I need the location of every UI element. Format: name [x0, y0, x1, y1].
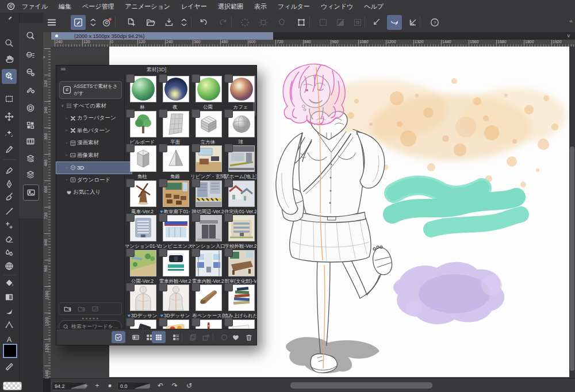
palette-title-bar[interactable]: 素材[3D]	[56, 66, 256, 74]
tree-item-すべての素材[interactable]: ∨すべての素材	[56, 100, 128, 112]
material-checkbox[interactable]	[224, 318, 233, 326]
menu-item-9[interactable]: ウィンドウ	[321, 2, 353, 11]
material-checkbox[interactable]	[224, 248, 233, 257]
material-checkbox[interactable]	[126, 74, 135, 83]
transparent-color-swatch[interactable]	[3, 382, 22, 390]
material-checkbox[interactable]	[191, 144, 200, 152]
tree-item-お気に入り[interactable]: お気に入り	[56, 187, 128, 198]
zoom-out-button[interactable]: −	[80, 381, 91, 391]
material-checkbox[interactable]	[224, 74, 233, 83]
material-checkbox[interactable]	[191, 179, 200, 187]
collapsed-arrow-icon[interactable]: ＞	[64, 152, 69, 158]
material-checkbox[interactable]	[191, 109, 200, 118]
transform-button[interactable]	[294, 15, 309, 30]
material-checkbox[interactable]	[191, 74, 200, 83]
material-checkbox[interactable]	[224, 179, 233, 187]
collapsed-arrow-icon[interactable]: ＞	[64, 165, 69, 171]
material-checkbox[interactable]	[159, 74, 167, 83]
tree-item-画像素材[interactable]: ＞画像素材	[56, 149, 132, 161]
move-tool[interactable]	[2, 109, 17, 124]
favorite-heart-button[interactable]	[229, 331, 243, 343]
material-checkbox[interactable]	[126, 318, 135, 326]
material-checkbox[interactable]	[159, 283, 167, 291]
eyedropper-tool[interactable]	[2, 142, 17, 157]
brush-tool[interactable]	[2, 190, 17, 205]
material-checkbox[interactable]	[126, 144, 135, 152]
zoom-in-button[interactable]: +	[92, 381, 102, 391]
snap-to-ruler-button[interactable]	[369, 15, 384, 30]
rotate-left-button[interactable]: ↶	[155, 381, 166, 391]
thumbnail-grid-button[interactable]	[152, 331, 166, 343]
chevron-updown-button[interactable]	[177, 15, 191, 30]
material-checkbox[interactable]	[126, 179, 135, 187]
delete-material-button[interactable]	[242, 331, 256, 343]
collapse-toolbar-button[interactable]: «	[569, 17, 573, 24]
menu-item-3[interactable]: ページ管理	[82, 2, 114, 11]
palette-menu-icon[interactable]	[60, 67, 66, 72]
new-document-button[interactable]	[124, 15, 139, 30]
zoom-tool[interactable]	[2, 36, 17, 51]
show-checkbox-button[interactable]	[112, 331, 125, 343]
card-view-button[interactable]	[129, 331, 143, 343]
eraser-tool[interactable]	[2, 231, 17, 246]
material-palette-button[interactable]	[23, 185, 39, 201]
tab-list-button[interactable]: ∨	[566, 33, 570, 39]
material-checkbox[interactable]	[126, 213, 135, 222]
material-checkbox[interactable]	[159, 179, 167, 187]
rotation-value[interactable]: 0.0	[117, 382, 136, 390]
menu-item-6[interactable]: 選択範囲	[218, 2, 243, 11]
menu-item-8[interactable]: フィルター	[278, 2, 310, 11]
thumbnail-detail-button[interactable]	[169, 331, 183, 343]
snap-to-grid-button[interactable]	[405, 15, 420, 30]
layers-button[interactable]	[23, 167, 38, 182]
object-tool[interactable]	[2, 69, 17, 84]
vertical-scrollbar-thumb[interactable]	[570, 147, 574, 371]
fill-tool[interactable]	[2, 275, 17, 290]
material-checkbox[interactable]	[224, 109, 233, 118]
reset-view-button[interactable]: ↺	[184, 381, 194, 391]
material-checkbox[interactable]	[126, 283, 135, 291]
timeline-film-button[interactable]	[23, 134, 38, 149]
material-checkbox[interactable]	[191, 213, 200, 222]
tree-item-単色パターン[interactable]: ＞単色パターン	[56, 125, 132, 136]
material-checkbox[interactable]	[159, 213, 167, 222]
menu-item-1[interactable]: ファイル	[22, 2, 48, 11]
pen-gear-button[interactable]	[23, 82, 38, 97]
menu-item-7[interactable]: 表示	[254, 2, 267, 11]
material-checkbox[interactable]	[126, 248, 135, 257]
menu-item-5[interactable]: レイヤー	[181, 2, 207, 11]
grid-blocks-button[interactable]	[23, 118, 38, 133]
tree-item-漫画素材[interactable]: ＞漫画素材	[56, 137, 132, 149]
figure-tool[interactable]	[2, 303, 17, 318]
tree-item-3D[interactable]: ＞3D	[56, 162, 132, 174]
gradient-tool[interactable]	[2, 290, 17, 305]
object-launcher-button[interactable]	[23, 28, 38, 43]
collapsed-arrow-icon[interactable]: ＞	[64, 116, 69, 121]
new-folder-button[interactable]	[63, 305, 72, 313]
clip-studio-logo-icon[interactable]	[0, 2, 22, 11]
save-file-button[interactable]	[162, 15, 177, 30]
menu-item-2[interactable]: 編集	[59, 2, 71, 11]
horizontal-scrollbar-thumb[interactable]	[290, 382, 432, 389]
tree-item-ダウンロード[interactable]: ＞ダウンロード	[56, 174, 132, 186]
menu-item-10[interactable]: ヘルプ	[364, 2, 384, 11]
rotate-right-button[interactable]: ↷	[170, 381, 180, 391]
tool-palette-header[interactable]	[0, 13, 20, 23]
undo-button[interactable]	[196, 15, 211, 30]
chevron-updown-button[interactable]	[86, 15, 101, 30]
mesh-tool[interactable]	[2, 259, 17, 274]
collapsed-arrow-icon[interactable]: ＞	[64, 128, 69, 133]
3d-settings-button[interactable]	[23, 65, 38, 80]
polyline-tool[interactable]	[2, 317, 17, 332]
material-checkbox[interactable]	[126, 109, 135, 118]
material-checkbox[interactable]	[159, 144, 167, 152]
material-checkbox[interactable]	[224, 283, 233, 291]
vertical-scrollbar[interactable]	[569, 47, 575, 378]
menu-item-4[interactable]: アニメーション	[125, 2, 171, 11]
material-checkbox[interactable]	[224, 144, 233, 152]
rotation-slider[interactable]	[134, 383, 150, 389]
layer-property-button[interactable]	[23, 151, 38, 166]
drag-handle-dots[interactable]: ●●●●●	[82, 316, 99, 320]
foreground-color-swatch[interactable]	[3, 344, 17, 358]
help-button[interactable]: ?	[427, 15, 442, 30]
